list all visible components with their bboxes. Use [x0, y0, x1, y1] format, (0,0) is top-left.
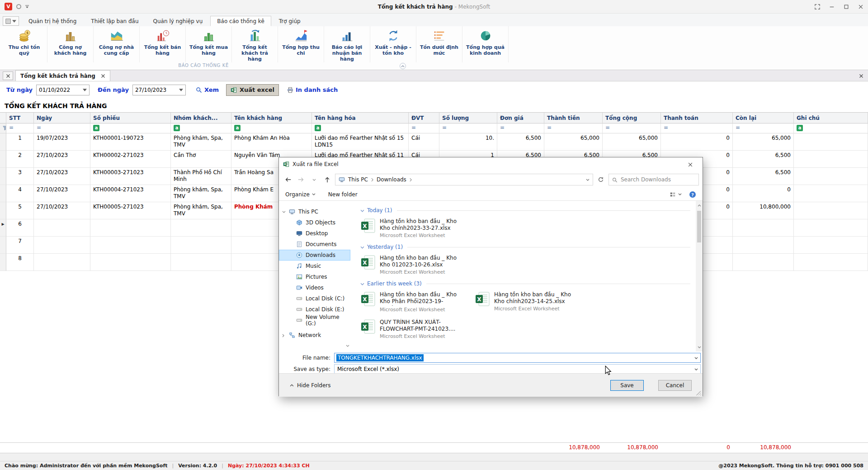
file-name-input[interactable]: TONGKETKHACHTRAHANG.xlsx — [334, 353, 701, 363]
column-header-con_lai[interactable]: Còn lại — [733, 113, 794, 123]
back-button[interactable] — [283, 176, 293, 183]
column-header-ten_kh[interactable]: Tên khách hàng — [231, 113, 312, 123]
file-group-header-yesterday-1[interactable]: Yesterday (1) — [360, 242, 694, 252]
column-header-stt[interactable]: STT — [6, 113, 34, 123]
filter-cell-tong_cong[interactable]: = — [603, 123, 661, 133]
column-header-dvt[interactable]: ĐVT — [409, 113, 439, 123]
ribbon-button-tong-hop-thu-chi[interactable]: Tổng hợp thu chi — [278, 26, 324, 62]
file-item[interactable]: XHàng tồn kho ban đầu _ Kho Kho 012023-1… — [360, 255, 475, 275]
column-header-ghi_chu[interactable]: Ghi chú — [794, 113, 868, 123]
cancel-button[interactable]: Cancel — [658, 380, 692, 391]
tab-close-icon[interactable] — [101, 73, 105, 79]
maximize-icon[interactable] — [844, 4, 849, 10]
tree-chevron-icon[interactable] — [282, 209, 286, 215]
sidebar-item-3d-objects[interactable]: 3D Objects — [279, 217, 350, 228]
sidebar-item-videos[interactable]: Videos — [279, 282, 350, 293]
sidebar-item-documents[interactable]: Documents — [279, 239, 350, 250]
ribbon-tab-tro-giup[interactable]: Trợ giúp — [272, 16, 307, 26]
chevron-down-icon[interactable] — [360, 244, 364, 250]
file-item[interactable]: XHàng tồn kho ban đầu _ Kho Kho chính202… — [360, 218, 475, 238]
save-as-type-select[interactable]: Microsoft Excel (*.xlsx) — [334, 364, 701, 374]
column-header-so_phieu[interactable]: Số phiếu — [90, 113, 171, 123]
filter-cell-thanh_tien[interactable]: = — [544, 123, 603, 133]
close-icon[interactable] — [858, 4, 863, 10]
chevron-down-icon[interactable] — [83, 87, 87, 93]
chevron-down-icon[interactable] — [179, 87, 183, 93]
chevron-down-icon[interactable] — [360, 280, 364, 287]
organize-button[interactable]: Organize — [285, 191, 316, 198]
ribbon-button-tong-ket-khach-tra-hang[interactable]: Tổng kết khách trả hàng — [232, 26, 278, 62]
view-options-button[interactable] — [670, 191, 682, 198]
breadcrumb[interactable]: This PC Downloads — [335, 174, 593, 185]
to-date-input[interactable]: 27/10/2023 — [132, 85, 186, 95]
ribbon-button-bao-cao-loi-nhuan-ban-hang[interactable]: Báo cáo lợi nhuận bán hàng — [324, 26, 370, 62]
ribbon-tab-quan-ly-nghiep-vu[interactable]: Quản lý nghiệp vụ — [146, 16, 210, 26]
breadcrumb-downloads[interactable]: Downloads — [377, 176, 406, 183]
column-header-so_luong[interactable]: Số lượng — [439, 113, 497, 123]
ribbon-tab-bao-cao-thong-ke[interactable]: Báo cáo thống kê — [210, 16, 271, 26]
up-button[interactable] — [322, 176, 333, 183]
table-row-1[interactable]: 119/07/2023KTH00001-190723Phòng khám, Sp… — [0, 133, 868, 151]
save-button[interactable]: Save — [610, 380, 644, 391]
sidebar-item-downloads[interactable]: Downloads — [279, 250, 350, 261]
filter-cell-don_gia[interactable]: = — [497, 123, 544, 133]
ribbon-tab-quan-tri-he-thong[interactable]: Quản trị hệ thống — [22, 16, 83, 26]
sidebar-item-local-disk-c[interactable]: Local Disk (C:) — [279, 293, 350, 304]
chevron-down-icon[interactable] — [692, 366, 700, 372]
filter-cell-ten_kh[interactable]: a — [231, 123, 312, 133]
recent-locations-dropdown-icon[interactable] — [309, 176, 320, 183]
help-icon[interactable]: ? — [689, 191, 696, 198]
ribbon-button-tong-ket-ban-hang[interactable]: Tổng kết bán hàng — [140, 26, 186, 62]
ribbon-button-cong-no-nha-cung-cap[interactable]: Công nợ nhà cung cấp — [94, 26, 140, 62]
sidebar-item-network[interactable]: Network — [279, 330, 350, 341]
file-item[interactable]: XQUY TRÌNH SẢN XUẤT-FLOWCHART-PMT-241023… — [360, 319, 475, 339]
view-button[interactable]: Xem — [196, 86, 219, 94]
forward-button[interactable] — [296, 176, 307, 183]
tabbar-close-button[interactable] — [859, 72, 863, 79]
new-folder-button[interactable]: New folder — [328, 191, 358, 198]
file-item[interactable]: XHàng tồn kho ban đầu _ Kho Kho chính202… — [475, 291, 589, 313]
search-input[interactable]: Search Downloads — [609, 174, 699, 185]
ribbon-button-cong-no-khach-hang[interactable]: Công nợ khách hàng — [47, 26, 94, 62]
column-header-tong_cong[interactable]: Tổng cộng — [603, 113, 661, 123]
quick-access-circle-icon[interactable] — [16, 4, 21, 9]
file-list-scrollbar[interactable] — [696, 201, 703, 351]
filter-cell-so_phieu[interactable]: a — [90, 123, 171, 133]
tree-chevron-icon[interactable] — [282, 332, 284, 338]
column-header-thanh_tien[interactable]: Thành tiền — [544, 113, 603, 123]
filter-cell-stt[interactable]: = — [6, 123, 34, 133]
filter-cell-nhom[interactable]: a — [171, 123, 231, 133]
file-group-header-earlier-this-week-3[interactable]: Earlier this week (3) — [360, 279, 694, 289]
filter-cell-dvt[interactable]: = — [409, 123, 439, 133]
breadcrumb-dropdown-icon[interactable] — [586, 176, 590, 183]
ribbon-button-tong-hop-qua-kinh-doanh[interactable]: Tổng hợp quả kinh doanh — [462, 26, 509, 62]
export-excel-button[interactable]: X Xuất excel — [226, 84, 279, 96]
scroll-down-icon[interactable] — [698, 344, 701, 350]
breadcrumb-this-pc[interactable]: This PC — [348, 176, 368, 183]
document-tab[interactable]: Tổng kết khách trả hàng — [15, 70, 110, 81]
quick-access-customize-icon[interactable] — [25, 4, 29, 10]
sidebar-item-new-volume-g[interactable]: New Volume (G:) — [279, 315, 350, 326]
ribbon-button-thu-chi-ton-quy[interactable]: $Thu chi tồn quỹ — [1, 26, 47, 62]
minimize-icon[interactable] — [829, 4, 835, 10]
print-list-button[interactable]: In danh sách — [287, 86, 338, 94]
filter-cell-ghi_chu[interactable]: a — [794, 123, 868, 133]
dialog-titlebar[interactable]: X Xuất ra file Excel — [279, 157, 703, 171]
ribbon-button-xuat-nhap-ton-kho[interactable]: Xuất - nhập - tồn kho — [370, 26, 416, 62]
filter-cell-ngay[interactable]: = — [34, 123, 90, 133]
chevron-down-icon[interactable] — [360, 207, 364, 214]
chevron-down-icon[interactable] — [692, 355, 700, 361]
ribbon-collapse-icon[interactable] — [400, 63, 406, 69]
sidebar-scroll-down-icon[interactable] — [346, 342, 349, 349]
filter-cell-ten_hh[interactable]: a — [312, 123, 409, 133]
from-date-input[interactable]: 01/10/2022 — [36, 85, 90, 95]
column-header-ten_hh[interactable]: Tên hàng hóa — [312, 113, 409, 123]
column-header-thanh_toan[interactable]: Thanh toán — [661, 113, 733, 123]
scroll-up-icon[interactable] — [698, 202, 701, 209]
refresh-icon[interactable] — [595, 176, 606, 183]
sidebar-item-desktop[interactable]: Desktop — [279, 228, 350, 239]
ribbon-button-tong-ket-mua-hang[interactable]: Tổng kết mua hàng — [186, 26, 232, 62]
sidebar-item-local-disk-e[interactable]: Local Disk (E:) — [279, 304, 350, 315]
ribbon-button-ton-duoi-dinh-muc[interactable]: Tồn dưới định mức — [416, 26, 462, 62]
sidebar-item-pictures[interactable]: Pictures — [279, 271, 350, 282]
